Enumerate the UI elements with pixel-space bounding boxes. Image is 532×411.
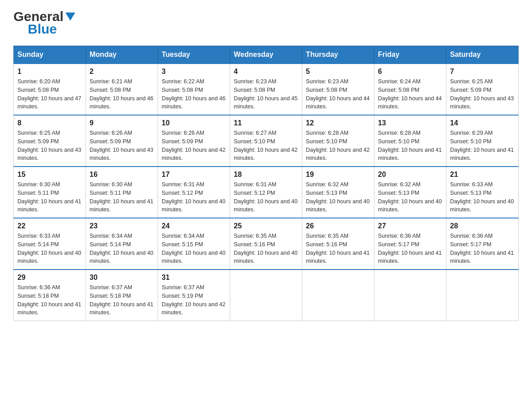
calendar-day-cell: 6 Sunrise: 6:24 AMSunset: 5:08 PMDayligh… [374, 64, 446, 115]
day-info: Sunrise: 6:36 AMSunset: 5:18 PMDaylight:… [17, 284, 81, 316]
day-info: Sunrise: 6:23 AMSunset: 5:08 PMDaylight:… [306, 78, 369, 110]
day-info: Sunrise: 6:29 AMSunset: 5:10 PMDaylight:… [450, 130, 514, 161]
day-number: 16 [90, 171, 154, 179]
day-info: Sunrise: 6:26 AMSunset: 5:09 PMDaylight:… [162, 130, 225, 161]
calendar-day-header: Sunday [14, 46, 86, 64]
day-number: 20 [378, 171, 442, 179]
day-number: 2 [90, 68, 154, 76]
calendar-day-header: Wednesday [230, 46, 302, 64]
calendar-day-cell: 14 Sunrise: 6:29 AMSunset: 5:10 PMDaylig… [446, 115, 519, 167]
day-info: Sunrise: 6:36 AMSunset: 5:17 PMDaylight:… [378, 233, 442, 264]
day-info: Sunrise: 6:24 AMSunset: 5:08 PMDaylight:… [378, 78, 442, 110]
day-info: Sunrise: 6:33 AMSunset: 5:13 PMDaylight:… [450, 181, 514, 213]
calendar-day-cell [374, 270, 446, 321]
calendar-week-row: 22 Sunrise: 6:33 AMSunset: 5:14 PMDaylig… [14, 218, 519, 270]
day-info: Sunrise: 6:34 AMSunset: 5:15 PMDaylight:… [162, 233, 225, 264]
day-number: 10 [162, 119, 226, 127]
day-number: 23 [90, 222, 154, 230]
day-info: Sunrise: 6:28 AMSunset: 5:10 PMDaylight:… [378, 130, 442, 161]
calendar-day-header: Thursday [302, 46, 374, 64]
day-number: 24 [162, 222, 226, 230]
day-number: 30 [90, 274, 154, 282]
day-info: Sunrise: 6:35 AMSunset: 5:16 PMDaylight:… [234, 233, 297, 264]
day-number: 18 [234, 171, 298, 179]
day-info: Sunrise: 6:30 AMSunset: 5:11 PMDaylight:… [90, 181, 153, 213]
calendar-day-cell: 24 Sunrise: 6:34 AMSunset: 5:15 PMDaylig… [158, 218, 230, 270]
day-info: Sunrise: 6:37 AMSunset: 5:19 PMDaylight:… [162, 284, 225, 316]
calendar-day-cell: 19 Sunrise: 6:32 AMSunset: 5:13 PMDaylig… [302, 167, 374, 218]
calendar-day-cell: 9 Sunrise: 6:26 AMSunset: 5:09 PMDayligh… [86, 115, 158, 167]
calendar-day-cell: 1 Sunrise: 6:20 AMSunset: 5:08 PMDayligh… [14, 64, 86, 115]
calendar-day-cell: 10 Sunrise: 6:26 AMSunset: 5:09 PMDaylig… [158, 115, 230, 167]
day-info: Sunrise: 6:22 AMSunset: 5:08 PMDaylight:… [162, 78, 225, 110]
calendar-day-cell: 2 Sunrise: 6:21 AMSunset: 5:08 PMDayligh… [86, 64, 158, 115]
calendar-day-cell: 3 Sunrise: 6:22 AMSunset: 5:08 PMDayligh… [158, 64, 230, 115]
day-number: 28 [450, 222, 515, 230]
day-number: 4 [234, 68, 298, 76]
logo-triangle-icon [65, 13, 75, 22]
calendar-day-cell: 17 Sunrise: 6:31 AMSunset: 5:12 PMDaylig… [158, 167, 230, 218]
calendar-day-cell: 16 Sunrise: 6:30 AMSunset: 5:11 PMDaylig… [86, 167, 158, 218]
calendar-week-row: 1 Sunrise: 6:20 AMSunset: 5:08 PMDayligh… [14, 64, 519, 115]
day-info: Sunrise: 6:37 AMSunset: 5:18 PMDaylight:… [90, 284, 153, 316]
calendar-day-cell: 20 Sunrise: 6:32 AMSunset: 5:13 PMDaylig… [374, 167, 446, 218]
calendar-day-cell: 11 Sunrise: 6:27 AMSunset: 5:10 PMDaylig… [230, 115, 302, 167]
calendar-day-cell: 7 Sunrise: 6:25 AMSunset: 5:09 PMDayligh… [446, 64, 519, 115]
day-info: Sunrise: 6:31 AMSunset: 5:12 PMDaylight:… [162, 181, 225, 213]
calendar-day-header: Saturday [446, 46, 519, 64]
day-number: 27 [378, 222, 442, 230]
day-number: 3 [162, 68, 226, 76]
day-number: 15 [17, 171, 82, 179]
day-number: 21 [450, 171, 515, 179]
day-info: Sunrise: 6:33 AMSunset: 5:14 PMDaylight:… [17, 233, 81, 264]
calendar-week-row: 15 Sunrise: 6:30 AMSunset: 5:11 PMDaylig… [14, 167, 519, 218]
calendar-day-cell: 18 Sunrise: 6:31 AMSunset: 5:12 PMDaylig… [230, 167, 302, 218]
svg-marker-0 [65, 13, 75, 21]
day-number: 29 [17, 274, 82, 282]
calendar-day-header: Tuesday [158, 46, 230, 64]
calendar-day-cell: 26 Sunrise: 6:35 AMSunset: 5:16 PMDaylig… [302, 218, 374, 270]
calendar-day-cell: 23 Sunrise: 6:34 AMSunset: 5:14 PMDaylig… [86, 218, 158, 270]
day-info: Sunrise: 6:25 AMSunset: 5:09 PMDaylight:… [450, 78, 514, 110]
day-number: 1 [17, 68, 82, 76]
calendar-day-cell: 8 Sunrise: 6:25 AMSunset: 5:09 PMDayligh… [14, 115, 86, 167]
calendar-day-cell: 25 Sunrise: 6:35 AMSunset: 5:16 PMDaylig… [230, 218, 302, 270]
calendar-day-cell: 15 Sunrise: 6:30 AMSunset: 5:11 PMDaylig… [14, 167, 86, 218]
day-number: 5 [306, 68, 370, 76]
calendar-day-cell: 13 Sunrise: 6:28 AMSunset: 5:10 PMDaylig… [374, 115, 446, 167]
day-info: Sunrise: 6:21 AMSunset: 5:08 PMDaylight:… [90, 78, 153, 110]
day-info: Sunrise: 6:20 AMSunset: 5:08 PMDaylight:… [17, 78, 81, 110]
logo: General Blue [13, 9, 75, 37]
calendar-day-cell: 5 Sunrise: 6:23 AMSunset: 5:08 PMDayligh… [302, 64, 374, 115]
day-number: 7 [450, 68, 515, 76]
day-number: 6 [378, 68, 442, 76]
calendar-day-cell: 28 Sunrise: 6:36 AMSunset: 5:17 PMDaylig… [446, 218, 519, 270]
calendar-week-row: 8 Sunrise: 6:25 AMSunset: 5:09 PMDayligh… [14, 115, 519, 167]
calendar-day-cell: 4 Sunrise: 6:23 AMSunset: 5:08 PMDayligh… [230, 64, 302, 115]
calendar-day-header: Friday [374, 46, 446, 64]
calendar-day-cell: 29 Sunrise: 6:36 AMSunset: 5:18 PMDaylig… [14, 270, 86, 321]
day-info: Sunrise: 6:30 AMSunset: 5:11 PMDaylight:… [17, 181, 81, 213]
calendar-day-cell: 21 Sunrise: 6:33 AMSunset: 5:13 PMDaylig… [446, 167, 519, 218]
day-info: Sunrise: 6:34 AMSunset: 5:14 PMDaylight:… [90, 233, 153, 264]
day-number: 9 [90, 119, 154, 127]
calendar-week-row: 29 Sunrise: 6:36 AMSunset: 5:18 PMDaylig… [14, 270, 519, 321]
day-number: 31 [162, 274, 226, 282]
day-info: Sunrise: 6:32 AMSunset: 5:13 PMDaylight:… [306, 181, 369, 213]
day-number: 14 [450, 119, 515, 127]
day-info: Sunrise: 6:23 AMSunset: 5:08 PMDaylight:… [234, 78, 297, 110]
day-number: 25 [234, 222, 298, 230]
day-number: 11 [234, 119, 298, 127]
calendar-day-cell [302, 270, 374, 321]
day-number: 8 [17, 119, 82, 127]
day-number: 12 [306, 119, 370, 127]
calendar-day-cell: 22 Sunrise: 6:33 AMSunset: 5:14 PMDaylig… [14, 218, 86, 270]
day-number: 22 [17, 222, 82, 230]
logo-blue-text: Blue [28, 21, 57, 36]
calendar-table: SundayMondayTuesdayWednesdayThursdayFrid… [13, 46, 519, 321]
day-number: 26 [306, 222, 370, 230]
calendar-day-cell: 27 Sunrise: 6:36 AMSunset: 5:17 PMDaylig… [374, 218, 446, 270]
calendar-day-cell [230, 270, 302, 321]
day-info: Sunrise: 6:25 AMSunset: 5:09 PMDaylight:… [17, 130, 81, 161]
page-header: General Blue [13, 9, 519, 37]
